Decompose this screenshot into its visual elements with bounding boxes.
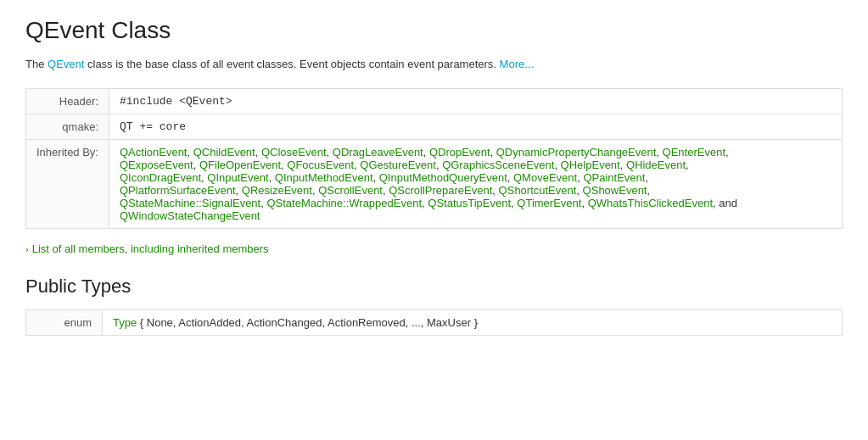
link-qfocusevent[interactable]: QFocusEvent: [287, 159, 354, 171]
link-qinputevent[interactable]: QInputEvent: [207, 171, 268, 184]
inherited-label: Inherited By:: [26, 139, 109, 228]
enum-keyword-cell: enum: [26, 309, 103, 335]
link-qhelpevent[interactable]: QHelpEvent: [561, 159, 620, 171]
link-qplatformsurfaceevent[interactable]: QPlatformSurfaceEvent: [120, 184, 236, 197]
link-qwhatsthisclickedevent[interactable]: QWhatsThisClickedEvent: [588, 197, 713, 209]
all-members-link[interactable]: List of all members, including inherited…: [32, 242, 269, 255]
chevron-icon: ›: [25, 244, 29, 254]
inherited-row: Inherited By: QActionEvent, QChildEvent,…: [26, 139, 843, 228]
link-qdynamicpropertychangeevent[interactable]: QDynamicPropertyChangeEvent: [496, 146, 657, 159]
link-qmoveevent[interactable]: QMoveEvent: [513, 171, 577, 184]
qevent-class-link[interactable]: QEvent: [48, 58, 84, 70]
page-title: QEvent Class: [25, 17, 843, 44]
inherited-cell: QActionEvent, QChildEvent, QCloseEvent, …: [109, 139, 843, 228]
link-qpaintevent[interactable]: QPaintEvent: [583, 171, 645, 184]
link-qinputmethodqueryevent[interactable]: QInputMethodQueryEvent: [379, 171, 507, 184]
info-table: Header: #include <QEvent> qmake: QT += c…: [25, 88, 843, 229]
link-qshowevent[interactable]: QShowEvent: [583, 184, 647, 197]
link-qdropevent[interactable]: QDropEvent: [429, 146, 490, 159]
enum-type-link[interactable]: Type: [113, 316, 137, 329]
link-qdraggerleaveevent[interactable]: QDragLeaveEvent: [333, 146, 423, 159]
more-link[interactable]: More...: [500, 58, 534, 70]
header-label: Header:: [26, 88, 109, 114]
link-qfileopenevent[interactable]: QFileOpenEvent: [199, 159, 281, 171]
link-qresizeevent[interactable]: QResizeEvent: [242, 184, 312, 197]
link-qstatemachinewrappedevent[interactable]: QStateMachine::WrappedEvent: [266, 197, 422, 209]
link-qshortcutevent[interactable]: QShortcutEvent: [499, 184, 577, 197]
link-qactionevent[interactable]: QActionEvent: [120, 146, 188, 159]
link-qscrollevent[interactable]: QScrollEvent: [318, 184, 383, 197]
header-value: #include <QEvent>: [109, 88, 843, 114]
link-qicondragevent[interactable]: QIconDragEvent: [120, 171, 201, 184]
qmake-value: QT += core: [109, 114, 843, 139]
link-qenterevent[interactable]: QEnterEvent: [663, 146, 725, 159]
link-qtimerevent[interactable]: QTimerEvent: [517, 197, 581, 209]
qmake-label: qmake:: [26, 114, 109, 139]
link-qgestureevent[interactable]: QGestureEvent: [360, 159, 436, 171]
link-qinputmethodevent[interactable]: QInputMethodEvent: [275, 171, 373, 184]
inherited-links-content: QActionEvent, QChildEvent, QCloseEvent, …: [120, 146, 737, 222]
members-link-row: ›List of all members, including inherite…: [25, 242, 843, 255]
link-qcloseevent[interactable]: QCloseEvent: [261, 146, 327, 159]
enum-row: enum Type { None, ActionAdded, ActionCha…: [26, 309, 843, 335]
link-qstatemachinesignalevent[interactable]: QStateMachine::SignalEvent: [120, 197, 260, 209]
link-qhideevent[interactable]: QHideEvent: [626, 159, 686, 171]
link-qwindowstatechangeevent[interactable]: QWindowStateChangeEvent: [120, 209, 260, 222]
intro-paragraph: The QEvent class is the base class of al…: [25, 56, 843, 73]
enum-type-cell: Type { None, ActionAdded, ActionChanged,…: [103, 309, 843, 335]
qmake-row: qmake: QT += core: [26, 114, 843, 139]
header-row: Header: #include <QEvent>: [26, 88, 843, 114]
intro-middle: class is the base class of all event cla…: [87, 58, 500, 70]
link-qscrollprepareevent[interactable]: QScrollPrepareEvent: [389, 184, 492, 197]
link-qexposeevent[interactable]: QExposeEvent: [120, 159, 193, 171]
enum-table: enum Type { None, ActionAdded, ActionCha…: [25, 309, 843, 336]
public-types-heading: Public Types: [25, 276, 843, 298]
link-qgraphicssceneevent[interactable]: QGraphicsSceneEvent: [442, 159, 554, 171]
link-qstatustipevent[interactable]: QStatusTipEvent: [428, 197, 511, 209]
link-qchildevent[interactable]: QChildEvent: [193, 146, 255, 159]
enum-values: { None, ActionAdded, ActionChanged, Acti…: [140, 316, 478, 329]
